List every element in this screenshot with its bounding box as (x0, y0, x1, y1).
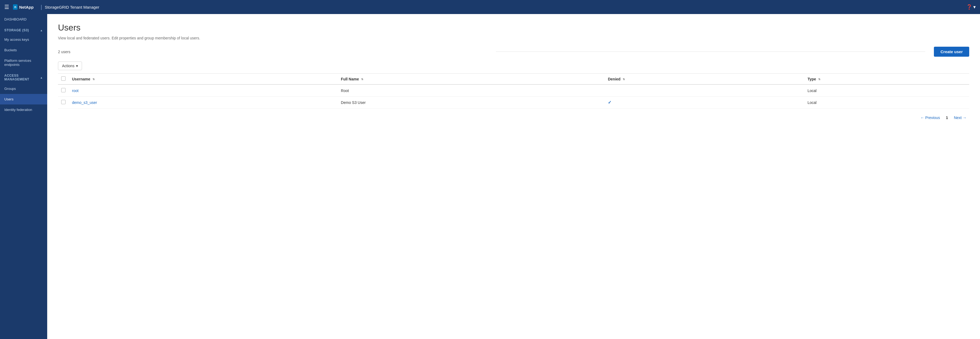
select-all-col (58, 74, 69, 85)
actions-label: Actions (62, 64, 75, 68)
username-link[interactable]: root (72, 88, 78, 93)
hamburger-menu[interactable]: ☰ (4, 4, 9, 10)
sidebar-item-buckets[interactable]: Buckets (0, 45, 47, 55)
sidebar-item-groups[interactable]: Groups (0, 83, 47, 94)
row-denied (605, 85, 804, 97)
sidebar-item-platform-endpoints[interactable]: Platform services endpoints (0, 55, 47, 70)
page-description: View local and federated users. Edit pro… (58, 36, 969, 40)
sidebar-item-dashboard[interactable]: DASHBOARD (0, 14, 47, 24)
create-user-button[interactable]: Create user (934, 47, 969, 57)
denied-sort-icon[interactable]: ⇅ (623, 78, 625, 81)
row-checkbox[interactable] (61, 100, 65, 104)
actions-button[interactable]: Actions ▾ (58, 62, 82, 70)
count-divider (496, 51, 925, 52)
netapp-logo: n NetApp (13, 4, 34, 10)
sidebar-section-access-management: ACCESS MANAGEMENT ▲ (0, 70, 47, 83)
nav-divider: | (41, 4, 42, 10)
netapp-icon: n (13, 4, 18, 10)
top-nav: ☰ n NetApp | StorageGRID Tenant Manager … (0, 0, 980, 14)
select-all-checkbox[interactable] (61, 77, 65, 81)
col-denied-label: Denied (608, 77, 620, 81)
next-label: Next (954, 115, 962, 120)
sidebar-item-identity-federation[interactable]: Identity federation (0, 104, 47, 115)
next-button[interactable]: Next → (951, 114, 969, 122)
row-type: Local (804, 85, 969, 97)
row-denied: ✓ (605, 97, 804, 109)
buckets-label: Buckets (4, 48, 17, 52)
previous-label: Previous (925, 115, 940, 120)
col-username-label: Username (72, 77, 90, 81)
table-row: demo_s3_userDemo S3 User✓Local (58, 97, 969, 109)
sidebar-item-my-access-keys[interactable]: My access keys (0, 34, 47, 45)
dashboard-label: DASHBOARD (4, 17, 26, 21)
users-table: Username ⇅ Full Name ⇅ Denied ⇅ Type ⇅ (58, 74, 969, 109)
storage-label: STORAGE (S3) (4, 28, 29, 32)
help-icon: ❓ (966, 4, 972, 10)
pagination: ← Previous 1 Next → (58, 109, 969, 124)
row-checkbox-cell (58, 85, 69, 97)
col-full-name-label: Full Name (341, 77, 359, 81)
page-title: Users (58, 23, 969, 33)
main-layout: DASHBOARD STORAGE (S3) ▲ My access keys … (0, 14, 980, 339)
row-full-name: Root (337, 85, 605, 97)
toolbar-row: 2 users Create user (58, 47, 969, 57)
col-type-label: Type (807, 77, 816, 81)
table-row: rootRootLocal (58, 85, 969, 97)
groups-label: Groups (4, 86, 16, 91)
col-type: Type ⇅ (804, 74, 969, 85)
access-mgmt-chevron: ▲ (40, 76, 43, 79)
app-title: StorageGRID Tenant Manager (45, 5, 99, 10)
actions-chevron: ▾ (76, 64, 78, 68)
row-username: demo_s3_user (69, 97, 337, 109)
help-chevron: ▾ (973, 4, 976, 10)
denied-checkmark: ✓ (608, 100, 611, 105)
sidebar: DASHBOARD STORAGE (S3) ▲ My access keys … (0, 14, 47, 339)
actions-row: Actions ▾ (58, 62, 969, 70)
next-arrow: → (963, 115, 967, 120)
type-sort-icon[interactable]: ⇅ (818, 78, 820, 81)
row-checkbox[interactable] (61, 88, 65, 92)
col-username: Username ⇅ (69, 74, 337, 85)
my-access-keys-label: My access keys (4, 37, 29, 42)
prev-arrow: ← (920, 115, 924, 120)
row-full-name: Demo S3 User (337, 97, 605, 109)
row-checkbox-cell (58, 97, 69, 109)
fullname-sort-icon[interactable]: ⇅ (361, 78, 363, 81)
previous-button[interactable]: ← Previous (918, 114, 942, 122)
netapp-text: NetApp (19, 5, 33, 10)
identity-federation-label: Identity federation (4, 108, 32, 112)
sidebar-item-users[interactable]: Users (0, 94, 47, 104)
col-denied: Denied ⇅ (605, 74, 804, 85)
username-sort-icon[interactable]: ⇅ (92, 78, 95, 81)
users-label: Users (4, 97, 13, 101)
content-area: Users View local and federated users. Ed… (47, 14, 980, 339)
help-menu[interactable]: ❓ ▾ (966, 4, 976, 10)
row-username: root (69, 85, 337, 97)
users-count: 2 users (58, 50, 487, 54)
platform-endpoints-label: Platform services endpoints (4, 59, 43, 67)
storage-chevron: ▲ (40, 29, 43, 32)
username-link[interactable]: demo_s3_user (72, 101, 97, 105)
current-page: 1 (946, 115, 948, 120)
sidebar-section-storage: STORAGE (S3) ▲ (0, 24, 47, 34)
access-management-label: ACCESS MANAGEMENT (4, 74, 40, 81)
row-type: Local (804, 97, 969, 109)
table-header-row: Username ⇅ Full Name ⇅ Denied ⇅ Type ⇅ (58, 74, 969, 85)
col-full-name: Full Name ⇅ (337, 74, 605, 85)
